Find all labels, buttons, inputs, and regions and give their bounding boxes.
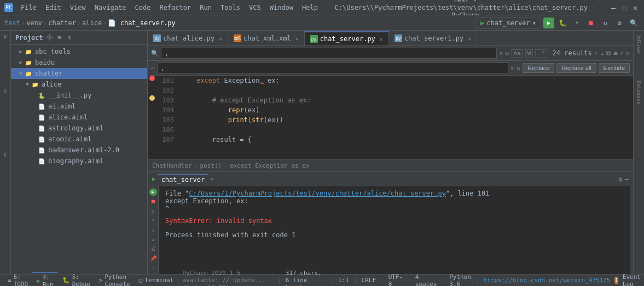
- debug-button[interactable]: 🐛: [556, 17, 568, 29]
- menu-edit[interactable]: Edit: [42, 3, 65, 13]
- menu-view[interactable]: View: [67, 3, 89, 13]
- tree-item-chatter[interactable]: ▼ 📁 chatter: [11, 68, 147, 79]
- search-everywhere-button[interactable]: 🔍: [628, 17, 640, 29]
- menu-code[interactable]: Code: [132, 3, 154, 13]
- tab-chat-xml[interactable]: xml chat_xml.xml ✕: [228, 31, 305, 45]
- menu-run[interactable]: Run: [196, 3, 215, 13]
- replace-all-button[interactable]: Replace all: [556, 63, 596, 73]
- stop-icon[interactable]: ⏹: [149, 197, 158, 205]
- minimize-panel-icon[interactable]: —: [625, 175, 629, 183]
- maximize-button[interactable]: ☐: [620, 3, 629, 12]
- match-case-icon[interactable]: Aa: [511, 49, 523, 58]
- scroll-down-icon[interactable]: ↓: [149, 225, 158, 233]
- reload-button[interactable]: ↻: [599, 17, 611, 29]
- new-item-icon[interactable]: ➕: [45, 33, 54, 42]
- menu-vcs[interactable]: VCS: [246, 3, 264, 13]
- copy-results-icon[interactable]: ⧉: [606, 49, 611, 57]
- bc-file[interactable]: 📄 chat_server.py: [108, 19, 175, 27]
- tree-item-baidu[interactable]: ▶ 📁 baidu: [11, 57, 147, 68]
- structure-icon[interactable]: S: [1, 87, 10, 95]
- run-config-selector[interactable]: ▶ chat_server ▾: [475, 18, 541, 28]
- close-button[interactable]: ✕: [631, 3, 640, 12]
- project-icon[interactable]: P: [1, 33, 10, 42]
- database-panel-icon[interactable]: Database: [635, 78, 643, 106]
- bottom-tab-todo[interactable]: ≡ 6: TODO: [3, 272, 32, 287]
- tree-item-abc-tools[interactable]: ▶ 📁 abc_tools: [11, 46, 147, 57]
- soft-wrap-icon[interactable]: ⇌: [149, 235, 158, 243]
- menu-bar[interactable]: File Edit View Navigate Code Refactor Ru…: [18, 3, 321, 13]
- pin-icon[interactable]: 📌: [149, 254, 158, 262]
- close-panel-icon[interactable]: —: [75, 33, 84, 42]
- menu-navigate[interactable]: Navigate: [91, 3, 130, 13]
- settings-button[interactable]: ⚙: [613, 17, 625, 29]
- menu-tools[interactable]: Tools: [217, 3, 243, 13]
- bottom-tab-run[interactable]: ▶ 4: Run: [32, 272, 58, 287]
- menu-window[interactable]: Window: [266, 3, 297, 13]
- favorites-icon[interactable]: F: [1, 151, 10, 160]
- run-button[interactable]: ▶: [543, 18, 554, 28]
- settings-icon[interactable]: ⚙: [619, 175, 623, 183]
- more-icon[interactable]: ⋮: [149, 264, 158, 272]
- tab-chat-server[interactable]: py chat_server.py ✕: [305, 31, 389, 45]
- replace-input[interactable]: [157, 62, 508, 73]
- settings-icon[interactable]: ⚙: [65, 33, 74, 42]
- match-word-icon[interactable]: W: [525, 49, 533, 58]
- tree-item-badanswer[interactable]: 📄 badanswer.aiml-2.0: [11, 145, 147, 156]
- bottom-tab-python-console[interactable]: > Python Console: [95, 272, 135, 287]
- run-tab-close-icon[interactable]: ✕: [210, 176, 213, 182]
- menu-help[interactable]: Help: [299, 3, 321, 13]
- run-config-dropdown-icon[interactable]: ▾: [532, 19, 536, 27]
- bottom-tab-debug[interactable]: 🐛 5: Debug: [58, 272, 95, 287]
- clear-replace-icon[interactable]: ✕: [510, 64, 514, 72]
- tab-close-icon[interactable]: ✕: [295, 36, 299, 42]
- sdview-panel-icon[interactable]: SdView: [635, 33, 643, 55]
- replace-history-icon[interactable]: ↻: [517, 64, 520, 72]
- clear-find-icon[interactable]: ✕: [499, 49, 503, 57]
- exclude-button[interactable]: Exclude: [599, 63, 630, 73]
- menu-file[interactable]: File: [18, 3, 40, 13]
- replace-button[interactable]: Replace: [523, 63, 554, 73]
- tree-item-atomic[interactable]: 📄 atomic.aiml: [11, 134, 147, 145]
- find-input[interactable]: [161, 48, 497, 59]
- filter-icon[interactable]: ≡: [613, 49, 617, 57]
- tree-item-astrology[interactable]: 📄 astrology.aiml: [11, 123, 147, 134]
- bottom-tab-terminal[interactable]: ▢ Terminal: [135, 272, 178, 287]
- menu-refactor[interactable]: Refactor: [156, 3, 194, 13]
- next-result-icon[interactable]: ↓: [600, 49, 604, 57]
- minimize-button[interactable]: —: [609, 3, 618, 12]
- match-filter-icon[interactable]: ⚡: [620, 49, 624, 57]
- scroll-up-icon[interactable]: ↑: [149, 216, 158, 224]
- bc-chatter[interactable]: chatter: [48, 19, 76, 27]
- close-find-icon[interactable]: ✕: [626, 49, 630, 57]
- tree-item-ai-aiml[interactable]: 📄 ai.aiml: [11, 101, 147, 112]
- run-tab-active[interactable]: chat_server: [158, 174, 208, 185]
- tree-item-init[interactable]: 🐍 __init__.py: [11, 90, 147, 101]
- code-editor[interactable]: 101 except Exception, ex: 102 103 # exce…: [148, 76, 633, 159]
- bc-venv[interactable]: venv: [26, 19, 42, 27]
- print-icon[interactable]: 🖨: [149, 244, 158, 253]
- tree-item-biography[interactable]: 📄 biography.aiml: [11, 156, 147, 167]
- tab-close-icon[interactable]: ✕: [380, 36, 383, 42]
- tab-chat-alice[interactable]: py chat_alice.py ✕: [148, 31, 228, 45]
- line-separator[interactable]: CRLF: [362, 277, 376, 284]
- tree-item-alice-aiml[interactable]: 📄 alice.aiml: [11, 112, 147, 123]
- prev-result-icon[interactable]: ↑: [594, 49, 598, 57]
- python-version[interactable]: Python 3.6: [449, 273, 471, 287]
- find-history-icon[interactable]: ↻: [505, 49, 509, 57]
- window-controls[interactable]: — ☐ ✕: [609, 3, 640, 12]
- tab-chat-server1[interactable]: py chat_server1.py ✕: [389, 31, 477, 45]
- bc-alice[interactable]: alice: [82, 19, 102, 27]
- tab-close-icon[interactable]: ✕: [468, 36, 471, 42]
- regex-icon[interactable]: .*: [535, 49, 547, 58]
- csdn-url[interactable]: https://blog.csdn.net/weixin_475175: [484, 277, 611, 284]
- stop-button[interactable]: ⏹: [585, 17, 597, 29]
- bc-test[interactable]: test: [4, 19, 20, 27]
- cursor-position[interactable]: 1:1: [338, 277, 349, 284]
- indent-setting[interactable]: 4 spaces: [415, 273, 437, 287]
- collapse-all-icon[interactable]: ≡: [55, 33, 64, 42]
- tab-close-icon[interactable]: ✕: [219, 36, 222, 42]
- event-log-label[interactable]: Event Log: [623, 273, 641, 287]
- tree-item-alice[interactable]: ▼ 📁 alice: [11, 79, 147, 90]
- rerun-icon[interactable]: ↻: [149, 207, 158, 215]
- encoding[interactable]: UTF-8: [388, 273, 403, 287]
